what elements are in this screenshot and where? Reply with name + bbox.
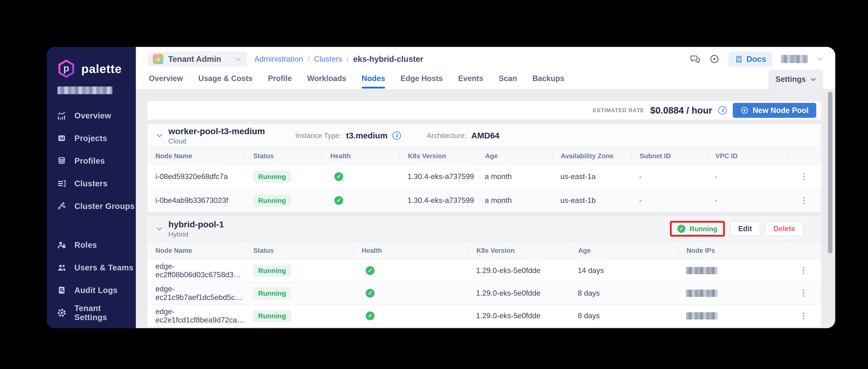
node-ips-redacted <box>686 289 718 297</box>
col-actions <box>787 151 820 161</box>
running-check-icon <box>677 225 685 233</box>
col-age: Age <box>477 151 552 161</box>
scrollbar-thumb[interactable] <box>828 92 832 253</box>
edit-pool-button[interactable]: Edit <box>730 221 760 236</box>
tab-nodes-active[interactable]: Nodes <box>362 71 385 86</box>
hybrid-pool-actions: Running Edit Delete <box>670 221 803 237</box>
tab-usage-costs[interactable]: Usage & Costs <box>198 71 252 86</box>
node-name: i-0be4ab9b33673023f <box>147 196 245 205</box>
hybrid-pool-table-header: Node Name Status Health K8s Version Age … <box>147 242 821 259</box>
gear-icon <box>57 308 67 318</box>
vpc-id: - <box>707 196 787 205</box>
profiles-icon <box>57 156 67 166</box>
support-compass-icon[interactable] <box>709 54 720 64</box>
col-node-name: Node Name <box>147 246 245 255</box>
user-menu-chevron-down-icon[interactable] <box>817 57 823 61</box>
status-badge: Running <box>253 265 291 277</box>
sidebar-item-audit-logs[interactable]: Audit Logs <box>57 279 136 302</box>
table-row: i-0be4ab9b33673023f Running 1.30.4-eks-a… <box>147 188 821 212</box>
palette-hexagon-logo-icon: p <box>57 59 76 79</box>
col-node-ips: Node IPs <box>678 246 786 255</box>
age: 8 days <box>570 289 678 298</box>
pool-title-block: hybrid-pool-1 Hybrid <box>168 219 224 239</box>
tab-overview[interactable]: Overview <box>149 71 183 86</box>
sidebar-item-tenant-settings[interactable]: Tenant Settings <box>57 302 136 324</box>
sidebar-item-clusters[interactable]: Clusters <box>57 172 136 195</box>
sidebar-item-cluster-groups[interactable]: Cluster Groups <box>57 195 136 217</box>
col-status: Status <box>245 151 322 161</box>
overview-icon <box>57 111 67 121</box>
tab-scan[interactable]: Scan <box>499 71 517 86</box>
running-status-highlight-box: Running <box>670 221 725 237</box>
sidebar-item-label: Cluster Groups <box>74 202 135 211</box>
row-actions-kebab-icon[interactable] <box>803 270 804 271</box>
scrollbar-track[interactable] <box>828 90 832 327</box>
sidebar-item-users-teams[interactable]: Users & Teams <box>57 256 136 279</box>
tab-backups[interactable]: Backups <box>532 71 564 86</box>
table-row: edge-ec2e1fcd1cf8bea9d72ca… Running 1.29… <box>147 304 821 327</box>
new-node-pool-label: New Node Pool <box>752 106 809 115</box>
docs-button[interactable]: Docs <box>728 52 772 66</box>
projects-icon <box>57 133 67 143</box>
tab-events[interactable]: Events <box>458 71 483 86</box>
top-bar: Tenant Admin Administration / Clusters /… <box>136 47 835 71</box>
health-ok-icon <box>334 172 343 181</box>
sidebar-item-roles[interactable]: Roles <box>57 234 136 256</box>
k8s-version: 1.30.4-eks-a737599 <box>399 196 477 205</box>
sidebar-item-label: Users & Teams <box>74 263 134 272</box>
breadcrumb-administration-link[interactable]: Administration <box>254 55 303 63</box>
row-actions-kebab-icon[interactable] <box>803 293 804 294</box>
estimated-rate-label: ESTIMATED RATE <box>593 107 644 114</box>
availability-zone: us-east-1b <box>552 196 631 205</box>
hybrid-pool-section: hybrid-pool-1 Hybrid Running Edit Delete <box>147 216 821 327</box>
tab-workloads[interactable]: Workloads <box>307 71 346 86</box>
age: 14 days <box>570 266 678 275</box>
breadcrumb: Administration / Clusters / eks-hybrid-c… <box>254 55 423 64</box>
table-row: edge-ec2ff08b06d03c6758d3… Running 1.29.… <box>147 259 821 282</box>
row-actions-kebab-icon[interactable] <box>803 176 805 178</box>
users-teams-icon <box>57 263 67 273</box>
pool-type: Hybrid <box>168 230 224 238</box>
user-name-redacted[interactable] <box>781 55 808 63</box>
instance-type-label: Instance Type: <box>295 131 341 140</box>
row-actions-kebab-icon[interactable] <box>803 315 804 317</box>
collapse-chevron-icon[interactable] <box>155 224 164 233</box>
age: a month <box>477 196 552 205</box>
status-badge: Running <box>253 287 291 299</box>
table-row: i-08ed59320e68dfc7a Running 1.30.4-eks-a… <box>147 164 821 188</box>
node-name: edge-ec2e1fcd1cf8bea9d72ca… <box>147 307 245 324</box>
sidebar-nav: Overview Projects <box>57 104 136 324</box>
row-actions-kebab-icon[interactable] <box>803 199 805 201</box>
rate-info-icon[interactable] <box>718 106 727 115</box>
col-actions <box>786 246 820 255</box>
sidebar-section-gap <box>57 217 136 234</box>
tab-profile[interactable]: Profile <box>268 71 292 86</box>
health-ok-icon <box>366 289 375 298</box>
health-ok-icon <box>334 196 343 205</box>
logo-wordmark: palette <box>81 62 122 76</box>
sidebar-item-label: Overview <box>74 111 111 120</box>
breadcrumb-current-cluster: eks-hybrid-cluster <box>353 55 423 64</box>
audit-logs-icon <box>57 285 67 295</box>
sidebar-item-profiles[interactable]: Profiles <box>57 150 136 172</box>
project-scope-selector[interactable]: Tenant Admin <box>148 52 247 66</box>
collapse-chevron-icon[interactable] <box>155 131 164 140</box>
delete-pool-button[interactable]: Delete <box>765 221 803 236</box>
sidebar-item-overview[interactable]: Overview <box>57 104 136 127</box>
breadcrumb-clusters-link[interactable]: Clusters <box>314 55 342 63</box>
tab-edge-hosts[interactable]: Edge Hosts <box>400 71 443 86</box>
k8s-version: 1.29.0-eks-5e0fdde <box>468 289 570 298</box>
chat-feedback-icon[interactable] <box>690 54 700 64</box>
tenant-scope-icon <box>153 54 163 64</box>
health-ok-icon <box>366 311 375 320</box>
sidebar-item-projects[interactable]: Projects <box>57 127 136 150</box>
settings-button[interactable]: Settings <box>769 70 823 89</box>
col-health: Health <box>322 151 399 161</box>
col-node-name: Node Name <box>147 151 245 161</box>
docs-label: Docs <box>746 55 766 64</box>
new-node-pool-button[interactable]: New Node Pool <box>733 103 816 118</box>
instance-type-info-icon[interactable] <box>392 131 401 140</box>
pool-name: hybrid-pool-1 <box>168 219 224 230</box>
status-badge: Running <box>253 194 291 207</box>
col-k8s-version: K8s Version <box>399 151 477 161</box>
